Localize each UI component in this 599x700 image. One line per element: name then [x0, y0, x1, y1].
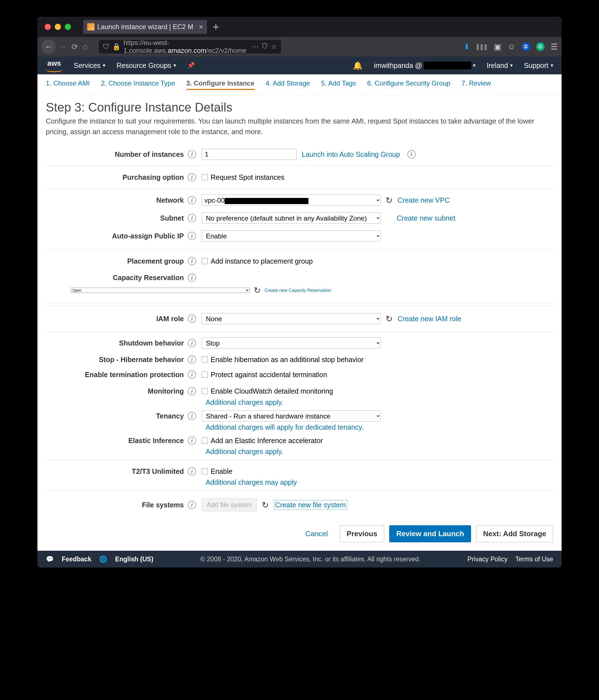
wizard-steps: 1. Choose AMI 2. Choose Instance Type 3.… — [37, 74, 562, 95]
info-icon[interactable]: i — [188, 232, 196, 240]
account-icon[interactable]: ☺ — [507, 42, 516, 51]
extension-2-icon[interactable]: G — [536, 43, 545, 51]
network-select[interactable] — [202, 195, 381, 206]
maximize-window-icon[interactable] — [65, 24, 71, 30]
t2t3-cb-label: Enable — [211, 468, 232, 476]
language-selector[interactable]: English (US) — [115, 555, 153, 563]
step-7[interactable]: 7. Review — [462, 79, 491, 90]
capacity-select[interactable]: Open — [71, 288, 250, 293]
feedback-link[interactable]: Feedback — [62, 555, 92, 563]
privacy-link[interactable]: Privacy Policy — [467, 555, 507, 563]
info-icon[interactable]: i — [188, 412, 196, 420]
sidebar-icon[interactable]: ▣ — [494, 42, 501, 51]
step-2[interactable]: 2. Choose Instance Type — [101, 79, 175, 90]
cancel-button[interactable]: Cancel — [299, 525, 335, 542]
more-icon[interactable]: ⋯ — [252, 43, 259, 51]
info-icon[interactable]: i — [188, 173, 196, 181]
pin-icon[interactable]: 📌 — [187, 62, 195, 69]
shutdown-select[interactable]: Stop — [202, 338, 381, 349]
placement-checkbox[interactable] — [202, 258, 208, 264]
feedback-icon[interactable]: 💬 — [46, 555, 54, 563]
close-window-icon[interactable] — [45, 24, 51, 30]
add-fs-button: Add file system — [202, 498, 257, 511]
info-icon[interactable]: i — [188, 355, 196, 364]
info-icon[interactable]: i — [188, 436, 196, 445]
hibernate-checkbox[interactable] — [202, 356, 208, 362]
info-icon[interactable]: i — [188, 467, 196, 476]
create-vpc-link[interactable]: Create new VPC — [397, 196, 449, 204]
close-tab-icon[interactable]: × — [199, 23, 203, 31]
step-3: 3. Configure Instance — [186, 79, 255, 90]
resource-groups-menu[interactable]: Resource Groups▾ — [116, 61, 176, 70]
refresh-icon[interactable]: ↻ — [386, 314, 393, 324]
region-menu[interactable]: Ireland▾ — [487, 61, 513, 70]
minimize-window-icon[interactable] — [55, 24, 61, 30]
elastic-charges-link[interactable]: Additional charges apply. — [206, 448, 283, 455]
create-fs-link[interactable]: Create new file system — [274, 500, 347, 510]
refresh-icon[interactable]: ↻ — [262, 500, 269, 510]
back-button[interactable]: ← — [41, 40, 56, 54]
review-launch-button[interactable]: Review and Launch — [389, 525, 471, 542]
step-4[interactable]: 4. Add Storage — [266, 79, 310, 90]
iam-select[interactable]: None — [202, 313, 381, 324]
info-icon[interactable]: i — [188, 150, 196, 158]
extension-1-icon[interactable]: ① — [522, 43, 530, 51]
info-icon[interactable]: i — [188, 315, 196, 323]
info-icon[interactable]: i — [188, 387, 196, 395]
public-ip-select[interactable]: Enable — [202, 230, 381, 242]
menu-icon[interactable]: ☰ — [551, 42, 558, 51]
home-button[interactable]: ⌂ — [83, 42, 88, 51]
refresh-icon[interactable]: ↻ — [254, 285, 261, 295]
address-bar[interactable]: 🛡 🔒 https://eu-west-1.console.aws.amazon… — [99, 40, 281, 53]
create-iam-link[interactable]: Create new IAM role — [397, 315, 461, 323]
info-icon[interactable]: i — [188, 273, 196, 282]
terms-link[interactable]: Terms of Use — [516, 555, 553, 563]
support-menu[interactable]: Support▾ — [524, 61, 553, 70]
capacity-label: Capacity Reservation — [46, 274, 185, 282]
num-instances-input[interactable] — [202, 149, 297, 160]
elastic-checkbox[interactable] — [202, 438, 208, 444]
monitoring-cb-label: Enable CloudWatch detailed monitoring — [211, 387, 333, 395]
step-6[interactable]: 6. Configure Security Group — [367, 79, 450, 90]
tenancy-charges-link[interactable]: Additional charges will apply for dedica… — [206, 423, 363, 431]
new-tab-button[interactable]: + — [213, 21, 219, 33]
subnet-select[interactable]: No preference (default subnet in any Ava… — [202, 212, 381, 224]
bookmark-icon[interactable]: ☆ — [271, 43, 277, 51]
forward-button[interactable]: → — [59, 42, 67, 51]
services-menu[interactable]: Services▾ — [74, 61, 105, 70]
monitoring-checkbox[interactable] — [202, 388, 208, 394]
monitoring-charges-link[interactable]: Additional charges apply. — [206, 398, 283, 406]
t2t3-charges-link[interactable]: Additional charges may apply — [206, 478, 297, 486]
spot-checkbox[interactable] — [202, 174, 208, 180]
info-icon[interactable]: i — [188, 196, 196, 204]
wizard-footer: Cancel Previous Review and Launch Next: … — [37, 517, 562, 551]
info-icon[interactable]: i — [188, 501, 196, 509]
step-1[interactable]: 1. Choose AMI — [46, 79, 90, 90]
next-button[interactable]: Next: Add Storage — [476, 525, 553, 542]
info-icon[interactable]: i — [188, 339, 196, 347]
library-icon[interactable]: ⫿⫿⫿ — [476, 42, 488, 51]
tab-bar: Launch instance wizard | EC2 M × + — [37, 17, 562, 37]
configure-form: Number of instances i Launch into Auto S… — [46, 145, 553, 517]
t2t3-checkbox[interactable] — [202, 468, 208, 474]
info-icon[interactable]: i — [188, 214, 196, 222]
info-icon[interactable]: i — [407, 150, 416, 158]
hibernate-label: Stop - Hibernate behavior — [46, 356, 185, 364]
download-icon[interactable]: ⬇ — [464, 42, 470, 51]
info-icon[interactable]: i — [188, 370, 196, 379]
account-menu[interactable]: imwithpanda @ ▾ — [374, 61, 475, 70]
termination-checkbox[interactable] — [202, 372, 208, 378]
step-5[interactable]: 5. Add Tags — [321, 79, 356, 90]
pocket-icon[interactable]: ⛉ — [261, 43, 268, 51]
refresh-icon[interactable]: ↻ — [386, 195, 393, 205]
info-icon[interactable]: i — [188, 257, 196, 265]
notifications-icon[interactable]: 🔔 — [353, 61, 363, 70]
previous-button[interactable]: Previous — [340, 525, 385, 542]
tenancy-select[interactable]: Shared - Run a shared hardware instance — [202, 410, 381, 422]
create-subnet-link[interactable]: Create new subnet — [397, 214, 455, 222]
reload-button[interactable]: ⟳ — [72, 42, 78, 51]
create-capacity-link[interactable]: Create new Capacity Reservation — [265, 288, 331, 293]
browser-tab[interactable]: Launch instance wizard | EC2 M × — [83, 20, 207, 34]
launch-asg-link[interactable]: Launch into Auto Scaling Group — [302, 150, 400, 158]
aws-logo[interactable]: aws — [46, 59, 62, 72]
